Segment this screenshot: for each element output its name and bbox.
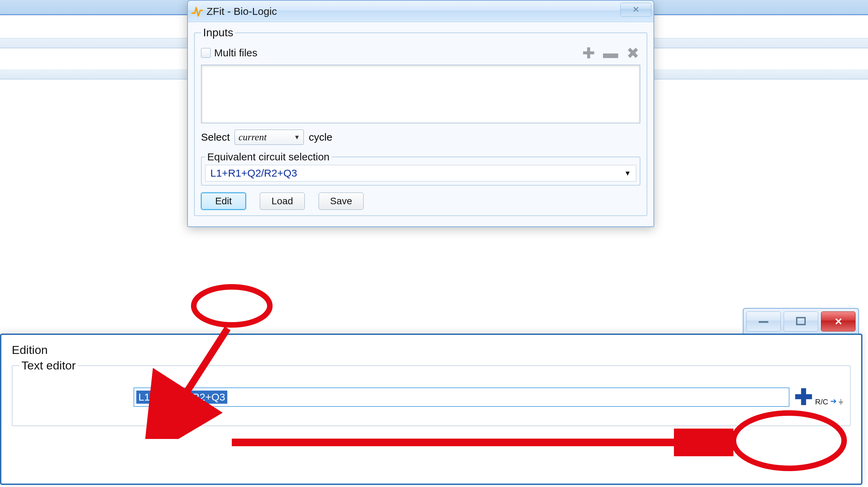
rc-label: R/C bbox=[815, 397, 828, 406]
circuit-combo-value: L1+R1+Q2/R2+Q3 bbox=[210, 167, 297, 179]
minus-icon: ▬ bbox=[603, 44, 618, 62]
equivalent-circuit-legend: Equivalent circuit selection bbox=[205, 151, 332, 163]
svg-point-2 bbox=[194, 287, 270, 325]
annotation-edit-ellipse bbox=[187, 280, 277, 332]
circuit-text-value: L1+R1+Q2/R2+Q3 bbox=[136, 391, 227, 404]
chevron-down-icon: ▼ bbox=[624, 169, 631, 177]
plus-icon: ✚ bbox=[582, 44, 595, 62]
select-label: Select bbox=[201, 131, 230, 143]
svg-rect-1 bbox=[797, 318, 805, 325]
circuit-text-input[interactable]: L1+R1+Q2/R2+Q3 bbox=[134, 387, 789, 407]
load-button[interactable]: Load bbox=[260, 193, 305, 210]
edit-button-label: Edit bbox=[215, 196, 232, 207]
save-button-label: Save bbox=[330, 196, 352, 207]
cycle-label: cycle bbox=[309, 131, 332, 143]
edition-label: Edition bbox=[12, 343, 851, 357]
edit-button[interactable]: Edit bbox=[201, 193, 246, 210]
multi-files-label: Multi files bbox=[214, 47, 257, 59]
svg-rect-0 bbox=[759, 321, 768, 323]
minimize-button[interactable] bbox=[746, 311, 781, 331]
file-list[interactable] bbox=[201, 65, 640, 123]
inputs-group: Inputs Multi files ✚ ▬ ✖ bbox=[194, 26, 647, 216]
zfit-app-icon bbox=[191, 6, 203, 17]
zfit-title: ZFit - Bio-Logic bbox=[207, 6, 277, 17]
circuit-symbol-icon: ⏚ bbox=[839, 397, 843, 406]
equivalent-circuit-group: Equivalent circuit selection L1+R1+Q2/R2… bbox=[201, 151, 640, 186]
add-element-button[interactable]: ✚ R/C ➔ ⏚ bbox=[794, 386, 843, 408]
clear-files-button[interactable]: ✖ bbox=[625, 45, 640, 60]
close-icon: ✕ bbox=[632, 5, 639, 15]
zfit-body: Inputs Multi files ✚ ▬ ✖ bbox=[188, 22, 654, 226]
chevron-down-icon: ▼ bbox=[294, 134, 300, 141]
circuit-combo[interactable]: L1+R1+Q2/R2+Q3 ▼ bbox=[205, 165, 636, 181]
zfit-close-button[interactable]: ✕ bbox=[620, 3, 651, 17]
inputs-legend: Inputs bbox=[201, 26, 235, 39]
plus-icon: ✚ bbox=[794, 386, 813, 408]
x-icon: ✖ bbox=[627, 44, 639, 62]
save-button[interactable]: Save bbox=[319, 193, 364, 210]
cycle-select[interactable]: current ▼ bbox=[235, 130, 304, 145]
editor-window-controls: ✕ bbox=[743, 308, 859, 334]
editor-window: ✕ Edition Text editor L1+R1+Q2/R2+Q3 ✚ R… bbox=[0, 334, 862, 485]
text-editor-group: Text editor L1+R1+Q2/R2+Q3 ✚ R/C ➔ ⏚ bbox=[12, 359, 851, 426]
maximize-icon bbox=[794, 316, 808, 327]
zfit-titlebar[interactable]: ZFit - Bio-Logic ✕ bbox=[188, 1, 654, 22]
arrow-right-icon: ➔ bbox=[830, 397, 837, 406]
text-editor-legend: Text editor bbox=[19, 359, 78, 372]
zfit-dialog: ZFit - Bio-Logic ✕ Inputs Multi files ✚ … bbox=[187, 0, 654, 227]
cycle-select-value: current bbox=[238, 132, 266, 143]
minimize-icon bbox=[757, 318, 770, 325]
add-file-button[interactable]: ✚ bbox=[581, 45, 596, 60]
close-icon: ✕ bbox=[834, 316, 842, 327]
load-button-label: Load bbox=[272, 196, 293, 207]
editor-close-button[interactable]: ✕ bbox=[821, 311, 856, 331]
remove-file-button[interactable]: ▬ bbox=[603, 45, 618, 60]
multi-files-checkbox[interactable] bbox=[201, 48, 211, 58]
maximize-button[interactable] bbox=[784, 311, 818, 331]
